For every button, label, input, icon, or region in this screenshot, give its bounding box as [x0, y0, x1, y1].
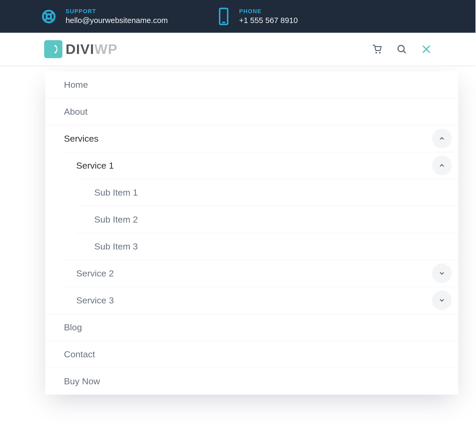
chevron-up-icon[interactable]	[432, 156, 452, 175]
cart-icon[interactable]	[371, 43, 383, 55]
menu-item-home[interactable]: Home	[45, 71, 458, 98]
topbar: SUPPORT hello@yourwebsitename.com PHONE …	[0, 0, 475, 33]
brand-suffix: WP	[94, 41, 118, 57]
menu-item-buy-now[interactable]: Buy Now	[45, 368, 458, 395]
svg-line-3	[51, 12, 53, 15]
header-actions	[371, 43, 432, 55]
menu-label: Sub Item 1	[76, 179, 138, 206]
menu-item-sub-2[interactable]: Sub Item 2	[76, 206, 458, 233]
logo-mark-icon	[44, 40, 62, 58]
menu-item-service-2[interactable]: Service 2	[64, 260, 458, 287]
menu-label: Contact	[45, 341, 95, 368]
menu-label: Sub Item 2	[76, 206, 138, 233]
brand-wordmark: DIVIWP	[66, 41, 118, 57]
menu-label: Services	[45, 125, 99, 152]
menu-label: Blog	[45, 314, 82, 341]
menu-label: Service 2	[64, 260, 114, 287]
svg-point-9	[379, 52, 381, 53]
chevron-down-icon[interactable]	[432, 290, 452, 310]
phone-block[interactable]: PHONE +1 555 567 8910	[217, 7, 298, 25]
svg-point-10	[398, 45, 404, 52]
phone-label: PHONE	[239, 8, 298, 15]
menu-item-service-3[interactable]: Service 3	[64, 287, 458, 314]
svg-line-11	[403, 51, 406, 53]
menu-item-sub-3[interactable]: Sub Item 3	[76, 233, 458, 260]
svg-line-2	[44, 12, 47, 15]
phone-icon	[217, 7, 230, 25]
lifebuoy-icon	[41, 9, 57, 24]
svg-line-4	[44, 18, 47, 21]
svg-point-1	[47, 14, 51, 19]
menu-label: Buy Now	[45, 368, 100, 395]
chevron-down-icon[interactable]	[432, 264, 452, 283]
menu-item-service-1[interactable]: Service 1	[64, 152, 458, 179]
logo[interactable]: DIVIWP	[44, 40, 117, 58]
menu-item-services[interactable]: Services	[45, 125, 458, 152]
menu-label: Service 3	[64, 287, 114, 314]
support-block[interactable]: SUPPORT hello@yourwebsitename.com	[41, 8, 168, 25]
chevron-up-icon[interactable]	[432, 129, 452, 148]
menu-item-contact[interactable]: Contact	[45, 341, 458, 368]
svg-point-8	[376, 52, 377, 53]
search-icon[interactable]	[396, 43, 407, 55]
menu-item-sub-1[interactable]: Sub Item 1	[76, 179, 458, 206]
menu-label: About	[45, 98, 88, 125]
menu-label: Home	[45, 71, 88, 98]
support-label: SUPPORT	[66, 8, 168, 15]
close-menu-icon[interactable]	[420, 43, 432, 55]
svg-line-5	[51, 18, 53, 21]
phone-number: +1 555 567 8910	[239, 16, 298, 25]
mobile-menu-panel: Home About Services Service 1 Sub Item 1…	[45, 71, 458, 395]
menu-item-about[interactable]: About	[45, 98, 458, 125]
menu-label: Service 1	[64, 152, 114, 179]
menu-label: Sub Item 3	[76, 233, 138, 260]
menu-item-blog[interactable]: Blog	[45, 314, 458, 341]
header: DIVIWP	[0, 33, 475, 66]
support-email: hello@yourwebsitename.com	[66, 16, 168, 25]
brand-prefix: DIVI	[66, 41, 94, 57]
